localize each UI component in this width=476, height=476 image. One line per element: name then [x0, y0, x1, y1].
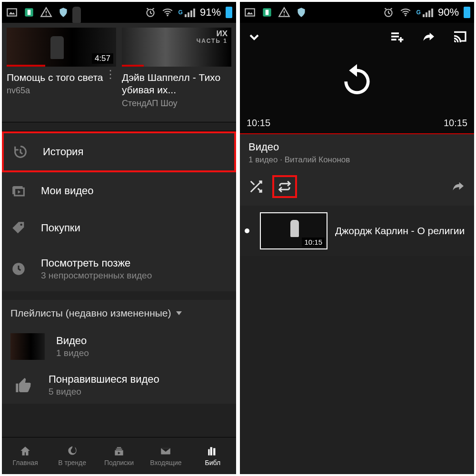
svg-point-28 — [405, 15, 406, 16]
tag-icon — [10, 220, 27, 236]
library-item-watch-later[interactable]: Посмотреть позже 3 непросмотренных видео — [2, 247, 236, 291]
playlist-title: Видео — [56, 335, 228, 347]
svg-rect-20 — [213, 448, 215, 456]
playlist-video-item[interactable]: 10:15 Джордж Карлин - О религии — [240, 206, 474, 256]
replay-icon[interactable] — [338, 61, 376, 101]
library-sublabel: 3 непросмотренных видео — [41, 270, 228, 281]
playlist-thumbnail — [10, 333, 45, 360]
cast-icon[interactable] — [452, 30, 467, 45]
playlist-title: Понравившиеся видео — [49, 373, 228, 386]
channel-name: СтендАП Шоу — [122, 99, 231, 109]
signal-icon — [423, 8, 433, 17]
video-row: 4:57 Помощь с того света ⋮ nv65a ИХЧАСТЬ… — [2, 23, 236, 122]
library-list: История Мои видео Покупки Посмотреть поз… — [2, 131, 236, 291]
playlist-item-liked[interactable]: Понравившиеся видео 5 видео — [2, 367, 236, 404]
warning-icon — [278, 6, 290, 19]
svg-rect-25 — [284, 11, 285, 13]
playlists-header[interactable]: Плейлисты (недавно измененные) — [2, 300, 236, 327]
alarm-icon — [144, 6, 157, 19]
like-icon — [10, 376, 37, 395]
time-elapsed: 10:15 — [247, 118, 270, 129]
playlist-header: Видео 1 видео · Виталий Кононов — [240, 134, 474, 170]
svg-rect-19 — [208, 449, 209, 456]
shuffle-icon[interactable] — [248, 179, 264, 194]
channel-name: nv65a — [7, 86, 116, 96]
progress-bar — [122, 65, 144, 67]
signal-icon — [185, 8, 195, 17]
svg-marker-1 — [9, 12, 15, 14]
battery-icon — [464, 7, 470, 18]
shield-icon — [295, 6, 307, 19]
library-label: История — [43, 146, 226, 158]
svg-rect-0 — [7, 9, 17, 16]
shield-icon — [57, 6, 69, 19]
image-icon — [6, 6, 18, 19]
nav-inbox[interactable]: Входящие — [142, 437, 189, 474]
nav-home[interactable]: Главная — [2, 437, 49, 474]
library-label: Покупки — [41, 222, 228, 234]
image-icon — [244, 6, 256, 19]
network-type: G — [416, 9, 421, 16]
share-icon[interactable] — [421, 30, 436, 45]
video-thumbnail: 10:15 — [260, 212, 327, 249]
app-icon — [23, 6, 35, 19]
network-type: G — [178, 9, 183, 16]
library-label: Посмотреть позже — [41, 257, 228, 269]
svg-rect-3 — [28, 10, 31, 15]
share-icon[interactable] — [450, 179, 466, 194]
repeat-button-highlight — [272, 175, 297, 198]
playlist-subtitle: 1 видео · Виталий Кононов — [248, 155, 466, 165]
svg-marker-9 — [18, 190, 21, 193]
library-item-my-videos[interactable]: Мои видео — [2, 172, 236, 209]
status-bar: G 91% — [2, 2, 236, 23]
duration-badge: 10:15 — [302, 238, 325, 247]
status-bar: G 90% — [240, 2, 474, 23]
video-card[interactable]: 4:57 Помощь с того света ⋮ nv65a — [7, 28, 116, 115]
svg-rect-14 — [117, 447, 121, 448]
video-thumbnail[interactable]: ИХЧАСТЬ 1 — [122, 28, 231, 67]
playlist-sub: 5 видео — [49, 387, 228, 397]
wifi-icon — [399, 6, 412, 19]
library-item-history[interactable]: История — [2, 131, 236, 172]
player-screen: G 90% 10:15 10:1 — [238, 0, 476, 476]
nav-trending[interactable]: В тренде — [49, 437, 95, 474]
collapse-icon[interactable] — [247, 30, 262, 45]
svg-point-7 — [167, 15, 168, 16]
now-playing-indicator — [245, 228, 249, 233]
more-icon[interactable]: ⋮ — [105, 71, 116, 77]
video-player[interactable]: 10:15 10:15 — [240, 23, 474, 134]
video-title: Помощь с того света — [7, 71, 105, 84]
svg-rect-24 — [266, 10, 269, 15]
history-icon — [12, 144, 29, 160]
warning-icon — [40, 6, 52, 19]
library-label: Мои видео — [41, 185, 228, 197]
nav-subscriptions[interactable]: Подписки — [96, 437, 142, 474]
battery-icon — [226, 7, 232, 18]
svg-marker-22 — [247, 12, 253, 14]
alarm-icon — [382, 6, 395, 19]
battery-percent: 91% — [200, 6, 221, 19]
svg-point-10 — [20, 223, 22, 226]
videos-icon — [10, 183, 27, 199]
svg-rect-13 — [116, 449, 122, 450]
library-screen: G 91% 4:57 Помощь с того света ⋮ n — [0, 0, 238, 476]
video-card[interactable]: ИХЧАСТЬ 1 Дэйв Шаппелл - Тихо убивая их.… — [122, 28, 231, 115]
time-total: 10:15 — [444, 118, 467, 129]
chevron-down-icon — [176, 311, 182, 315]
battery-percent: 90% — [438, 6, 459, 19]
playlist-item[interactable]: Видео 1 видео — [2, 327, 236, 367]
clock-icon — [10, 261, 27, 277]
library-item-purchases[interactable]: Покупки — [2, 209, 236, 247]
svg-rect-26 — [284, 14, 285, 15]
bottom-nav: Главная В тренде Подписки Входящие Библ — [2, 437, 236, 474]
video-thumbnail[interactable]: 4:57 — [7, 28, 116, 67]
svg-rect-21 — [245, 9, 255, 16]
nav-library[interactable]: Библ — [189, 437, 236, 474]
repeat-icon[interactable] — [277, 179, 292, 194]
video-title: Джордж Карлин - О религии — [335, 225, 469, 237]
progress-bar — [7, 65, 45, 67]
playlists-section: Плейлисты (недавно измененные) Видео 1 в… — [2, 300, 236, 404]
duration-badge: 4:57 — [92, 53, 113, 64]
add-to-playlist-icon[interactable] — [389, 30, 405, 45]
svg-rect-5 — [46, 14, 47, 15]
